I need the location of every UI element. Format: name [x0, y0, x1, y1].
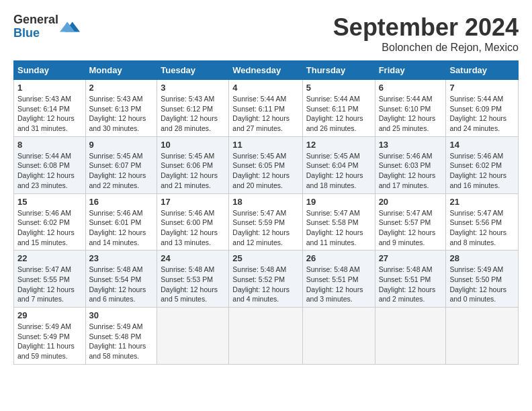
calendar-cell: 3 Sunrise: 5:43 AMSunset: 6:12 PMDayligh… [157, 80, 229, 137]
calendar-row-1: 1 Sunrise: 5:43 AMSunset: 6:14 PMDayligh… [14, 80, 519, 137]
day-info: Sunrise: 5:47 AMSunset: 5:57 PMDaylight:… [379, 209, 436, 246]
day-info: Sunrise: 5:45 AMSunset: 6:06 PMDaylight:… [161, 152, 218, 189]
calendar-cell: 21 Sunrise: 5:47 AMSunset: 5:56 PMDaylig… [446, 193, 519, 250]
header-saturday: Saturday [446, 61, 519, 80]
calendar-cell: 16 Sunrise: 5:46 AMSunset: 6:01 PMDaylig… [85, 193, 157, 250]
calendar-cell: 7 Sunrise: 5:44 AMSunset: 6:09 PMDayligh… [446, 80, 519, 137]
calendar-cell: 29 Sunrise: 5:49 AMSunset: 5:49 PMDaylig… [14, 308, 86, 365]
calendar-cell [302, 308, 375, 365]
day-info: Sunrise: 5:47 AMSunset: 5:58 PMDaylight:… [306, 209, 363, 246]
calendar-row-2: 8 Sunrise: 5:44 AMSunset: 6:08 PMDayligh… [14, 136, 519, 193]
day-info: Sunrise: 5:43 AMSunset: 6:14 PMDaylight:… [17, 95, 75, 132]
calendar-cell [375, 308, 446, 365]
day-info: Sunrise: 5:48 AMSunset: 5:51 PMDaylight:… [379, 265, 436, 303]
day-info: Sunrise: 5:46 AMSunset: 6:01 PMDaylight:… [89, 209, 146, 246]
calendar-cell: 12 Sunrise: 5:45 AMSunset: 6:04 PMDaylig… [302, 136, 375, 193]
day-number: 17 [161, 197, 225, 207]
calendar-cell: 26 Sunrise: 5:48 AMSunset: 5:51 PMDaylig… [302, 250, 375, 308]
day-number: 18 [232, 197, 298, 207]
day-info: Sunrise: 5:46 AMSunset: 6:03 PMDaylight:… [379, 152, 436, 189]
day-info: Sunrise: 5:47 AMSunset: 5:56 PMDaylight:… [449, 209, 506, 246]
day-info: Sunrise: 5:47 AMSunset: 5:55 PMDaylight:… [17, 265, 75, 303]
day-number: 24 [161, 253, 225, 263]
day-info: Sunrise: 5:45 AMSunset: 6:05 PMDaylight:… [232, 152, 290, 189]
day-number: 8 [17, 140, 82, 150]
calendar-cell: 4 Sunrise: 5:44 AMSunset: 6:11 PMDayligh… [229, 80, 302, 137]
calendar-row-3: 15 Sunrise: 5:46 AMSunset: 6:02 PMDaylig… [14, 193, 519, 250]
day-number: 12 [306, 140, 371, 150]
day-number: 15 [17, 197, 82, 207]
calendar-cell: 30 Sunrise: 5:49 AMSunset: 5:48 PMDaylig… [85, 308, 157, 365]
calendar-cell: 25 Sunrise: 5:48 AMSunset: 5:52 PMDaylig… [229, 250, 302, 308]
day-info: Sunrise: 5:44 AMSunset: 6:10 PMDaylight:… [379, 95, 436, 132]
header-sunday: Sunday [14, 61, 86, 80]
day-number: 21 [449, 197, 515, 207]
weekday-header-row: Sunday Monday Tuesday Wednesday Thursday… [14, 61, 519, 80]
calendar-cell: 22 Sunrise: 5:47 AMSunset: 5:55 PMDaylig… [14, 250, 86, 308]
day-info: Sunrise: 5:49 AMSunset: 5:49 PMDaylight:… [17, 322, 75, 360]
calendar-cell: 15 Sunrise: 5:46 AMSunset: 6:02 PMDaylig… [14, 193, 86, 250]
day-number: 16 [89, 197, 154, 207]
header-monday: Monday [85, 61, 157, 80]
calendar-cell: 27 Sunrise: 5:48 AMSunset: 5:51 PMDaylig… [375, 250, 446, 308]
day-info: Sunrise: 5:46 AMSunset: 6:02 PMDaylight:… [449, 152, 506, 189]
day-number: 7 [449, 83, 515, 93]
day-info: Sunrise: 5:49 AMSunset: 5:48 PMDaylight:… [89, 322, 146, 360]
day-number: 22 [17, 253, 82, 263]
calendar-cell: 17 Sunrise: 5:46 AMSunset: 6:00 PMDaylig… [157, 193, 229, 250]
day-info: Sunrise: 5:43 AMSunset: 6:13 PMDaylight:… [89, 95, 146, 132]
calendar-cell [157, 308, 229, 365]
calendar-cell: 18 Sunrise: 5:47 AMSunset: 5:59 PMDaylig… [229, 193, 302, 250]
day-number: 25 [232, 253, 298, 263]
day-number: 28 [449, 253, 515, 263]
calendar-cell: 28 Sunrise: 5:49 AMSunset: 5:50 PMDaylig… [446, 250, 519, 308]
day-number: 6 [379, 83, 443, 93]
calendar-cell: 2 Sunrise: 5:43 AMSunset: 6:13 PMDayligh… [85, 80, 157, 137]
month-title: September 2024 [333, 13, 519, 42]
calendar-cell: 8 Sunrise: 5:44 AMSunset: 6:08 PMDayligh… [14, 136, 86, 193]
page-header: General Blue September 2024 Bolonchen de… [13, 13, 519, 54]
day-info: Sunrise: 5:48 AMSunset: 5:53 PMDaylight:… [161, 265, 218, 303]
day-number: 30 [89, 310, 154, 320]
calendar-cell: 19 Sunrise: 5:47 AMSunset: 5:58 PMDaylig… [302, 193, 375, 250]
day-info: Sunrise: 5:45 AMSunset: 6:04 PMDaylight:… [306, 152, 363, 189]
day-number: 14 [449, 140, 515, 150]
day-number: 9 [89, 140, 154, 150]
day-number: 13 [379, 140, 443, 150]
calendar-table: Sunday Monday Tuesday Wednesday Thursday… [13, 60, 519, 365]
day-number: 29 [17, 310, 82, 320]
day-number: 26 [306, 253, 371, 263]
day-info: Sunrise: 5:44 AMSunset: 6:11 PMDaylight:… [306, 95, 363, 132]
day-number: 2 [89, 83, 154, 93]
logo-blue-text: Blue [13, 27, 58, 40]
day-number: 3 [161, 83, 225, 93]
day-number: 10 [161, 140, 225, 150]
calendar-row-4: 22 Sunrise: 5:47 AMSunset: 5:55 PMDaylig… [14, 250, 519, 308]
day-info: Sunrise: 5:43 AMSunset: 6:12 PMDaylight:… [161, 95, 218, 132]
day-number: 20 [379, 197, 443, 207]
day-info: Sunrise: 5:48 AMSunset: 5:54 PMDaylight:… [89, 265, 146, 303]
header-thursday: Thursday [302, 61, 375, 80]
day-info: Sunrise: 5:45 AMSunset: 6:07 PMDaylight:… [89, 152, 146, 189]
title-block: September 2024 Bolonchen de Rejon, Mexic… [333, 13, 519, 54]
day-number: 4 [232, 83, 298, 93]
day-info: Sunrise: 5:44 AMSunset: 6:08 PMDaylight:… [17, 152, 75, 189]
day-info: Sunrise: 5:44 AMSunset: 6:11 PMDaylight:… [232, 95, 290, 132]
day-number: 5 [306, 83, 371, 93]
calendar-cell: 14 Sunrise: 5:46 AMSunset: 6:02 PMDaylig… [446, 136, 519, 193]
calendar-cell: 5 Sunrise: 5:44 AMSunset: 6:11 PMDayligh… [302, 80, 375, 137]
calendar-cell: 24 Sunrise: 5:48 AMSunset: 5:53 PMDaylig… [157, 250, 229, 308]
logo-general-text: General [13, 13, 58, 27]
calendar-cell: 20 Sunrise: 5:47 AMSunset: 5:57 PMDaylig… [375, 193, 446, 250]
day-info: Sunrise: 5:47 AMSunset: 5:59 PMDaylight:… [232, 209, 290, 246]
calendar-cell [446, 308, 519, 365]
calendar-cell: 10 Sunrise: 5:45 AMSunset: 6:06 PMDaylig… [157, 136, 229, 193]
logo: General Blue [13, 13, 80, 40]
day-number: 11 [232, 140, 298, 150]
calendar-cell: 9 Sunrise: 5:45 AMSunset: 6:07 PMDayligh… [85, 136, 157, 193]
location: Bolonchen de Rejon, Mexico [333, 42, 519, 54]
day-number: 1 [17, 83, 82, 93]
logo-icon [60, 17, 80, 37]
day-info: Sunrise: 5:49 AMSunset: 5:50 PMDaylight:… [449, 265, 506, 303]
day-info: Sunrise: 5:48 AMSunset: 5:51 PMDaylight:… [306, 265, 363, 303]
